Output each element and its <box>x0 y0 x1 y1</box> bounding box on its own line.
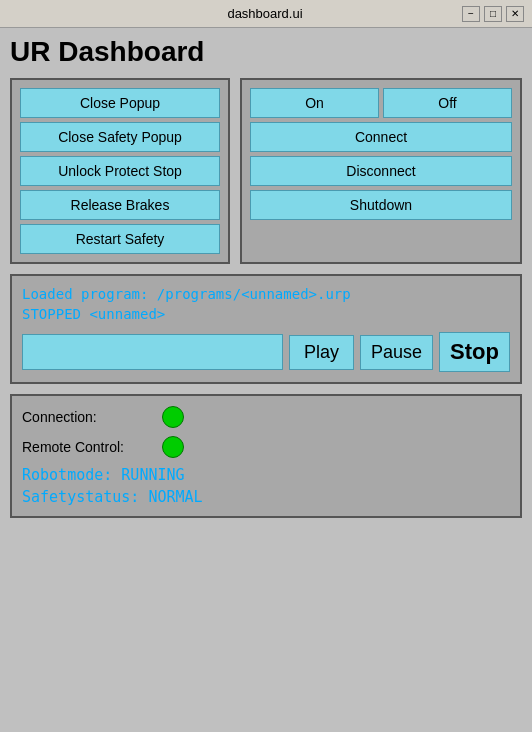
minimize-button[interactable]: − <box>462 6 480 22</box>
close-button[interactable]: ✕ <box>506 6 524 22</box>
right-control-box: On Off Connect Disconnect Shutdown <box>240 78 522 264</box>
release-brakes-button[interactable]: Release Brakes <box>20 190 220 220</box>
connection-label: Connection: <box>22 409 162 425</box>
play-button[interactable]: Play <box>289 335 354 370</box>
program-name-field <box>22 334 283 370</box>
main-content: UR Dashboard Close Popup Close Safety Po… <box>0 28 532 526</box>
disconnect-button[interactable]: Disconnect <box>250 156 512 186</box>
connection-indicator <box>162 406 184 428</box>
remote-control-label: Remote Control: <box>22 439 162 455</box>
pause-button[interactable]: Pause <box>360 335 433 370</box>
connection-row: Connection: <box>22 406 510 428</box>
on-off-row: On Off <box>250 88 512 118</box>
shutdown-button[interactable]: Shutdown <box>250 190 512 220</box>
top-panel: Close Popup Close Safety Popup Unlock Pr… <box>10 78 522 264</box>
left-control-box: Close Popup Close Safety Popup Unlock Pr… <box>10 78 230 264</box>
remote-control-row: Remote Control: <box>22 436 510 458</box>
connect-button[interactable]: Connect <box>250 122 512 152</box>
robotmode-text: Robotmode: RUNNING <box>22 466 510 484</box>
stop-button[interactable]: Stop <box>439 332 510 372</box>
program-controls: Play Pause Stop <box>22 332 510 372</box>
program-panel: Loaded program: /programs/<unnamed>.urp … <box>10 274 522 384</box>
page-title: UR Dashboard <box>10 36 522 68</box>
connection-panel: Connection: Remote Control: Robotmode: R… <box>10 394 522 518</box>
unlock-protect-stop-button[interactable]: Unlock Protect Stop <box>20 156 220 186</box>
off-button[interactable]: Off <box>383 88 512 118</box>
restart-safety-button[interactable]: Restart Safety <box>20 224 220 254</box>
loaded-program-text: Loaded program: /programs/<unnamed>.urp <box>22 286 510 302</box>
on-button[interactable]: On <box>250 88 379 118</box>
maximize-button[interactable]: □ <box>484 6 502 22</box>
safetystatus-text: Safetystatus: NORMAL <box>22 488 510 506</box>
close-popup-button[interactable]: Close Popup <box>20 88 220 118</box>
close-safety-popup-button[interactable]: Close Safety Popup <box>20 122 220 152</box>
title-bar: dashboard.ui − □ ✕ <box>0 0 532 28</box>
program-status-text: STOPPED <unnamed> <box>22 306 510 322</box>
title-bar-controls: − □ ✕ <box>462 6 524 22</box>
window-title: dashboard.ui <box>68 6 462 21</box>
remote-control-indicator <box>162 436 184 458</box>
